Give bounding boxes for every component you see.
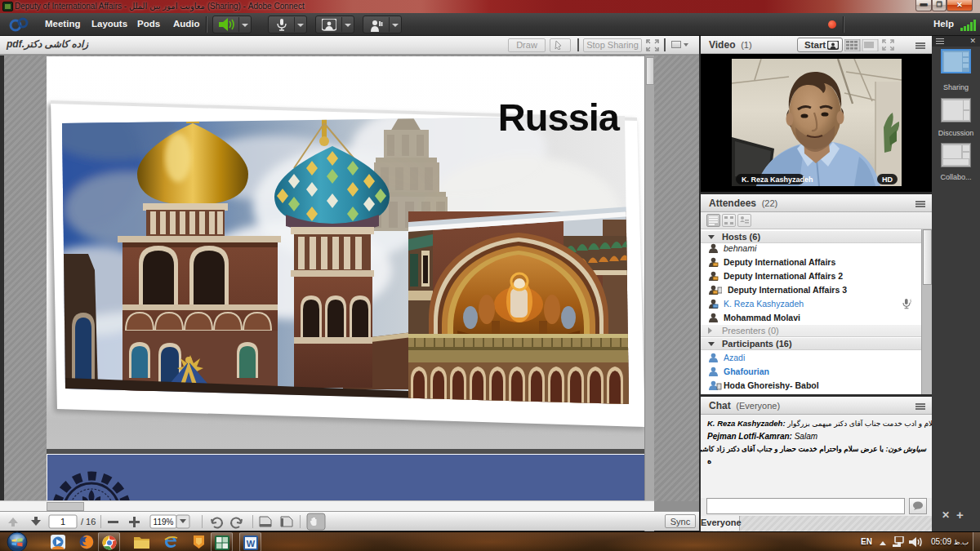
svg-text:K. Reza Kashyzadeh: K. Reza Kashyzadeh <box>742 176 813 184</box>
svg-text:119%: 119% <box>154 518 174 527</box>
svg-text:1: 1 <box>60 517 65 527</box>
svg-text:HD: HD <box>882 176 893 184</box>
svg-text:Russia: Russia <box>498 96 621 139</box>
svg-text:W: W <box>247 539 256 549</box>
svg-text:/ 16: / 16 <box>81 517 96 527</box>
